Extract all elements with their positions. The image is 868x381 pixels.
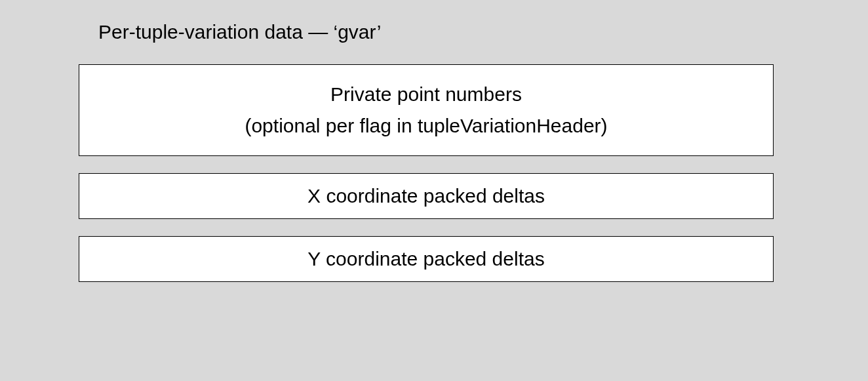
box-y-deltas: Y coordinate packed deltas xyxy=(79,236,774,282)
diagram-container: Per-tuple-variation data — ‘gvar’ Privat… xyxy=(0,0,868,308)
box1-line1: Private point numbers xyxy=(330,79,522,110)
box-private-point-numbers: Private point numbers (optional per flag… xyxy=(79,64,774,156)
box3-text: Y coordinate packed deltas xyxy=(307,243,544,275)
diagram-title: Per-tuple-variation data — ‘gvar’ xyxy=(98,21,789,43)
box2-text: X coordinate packed deltas xyxy=(307,180,545,212)
box-x-deltas: X coordinate packed deltas xyxy=(79,173,774,219)
box1-line2: (optional per flag in tupleVariationHead… xyxy=(245,110,607,142)
